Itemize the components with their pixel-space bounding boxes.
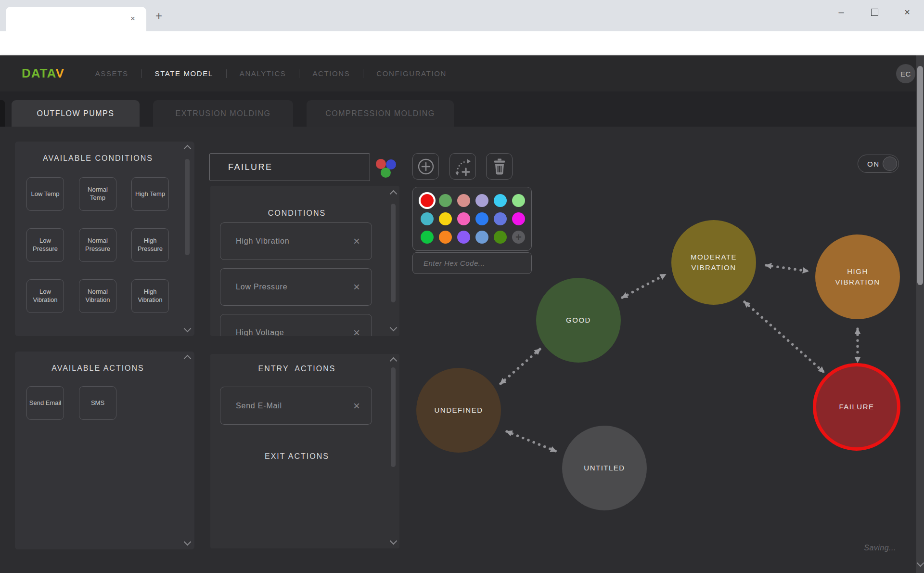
- state-node-failure-selected[interactable]: FAILURE: [813, 363, 900, 451]
- browser-titlebar: × + – ×: [0, 0, 924, 31]
- page-scrollbar[interactable]: [916, 55, 924, 573]
- app-logo[interactable]: DATAV: [22, 66, 64, 81]
- app-navbar: DATAV ASSETS STATE MODEL ANALYTICS ACTIO…: [0, 55, 924, 91]
- new-tab-button[interactable]: +: [152, 9, 166, 23]
- state-node-good[interactable]: GOOD: [536, 278, 621, 363]
- nav-divider: [299, 69, 299, 78]
- tab-extrusion-molding[interactable]: EXTRUSION MOLDING: [153, 100, 293, 127]
- tab-stub: [0, 100, 5, 127]
- window-minimize-button[interactable]: –: [833, 5, 849, 19]
- window-close-button[interactable]: ×: [899, 5, 915, 19]
- nav-menu: ASSETS STATE MODEL ANALYTICS ACTIONS CON…: [95, 65, 447, 82]
- nav-divider: [363, 69, 363, 78]
- browser-toolbar: [0, 31, 924, 56]
- nav-item-assets[interactable]: ASSETS: [95, 65, 128, 82]
- user-avatar[interactable]: EC: [896, 64, 915, 83]
- transition-edges: [0, 127, 924, 573]
- saving-status: Saving...: [864, 544, 896, 552]
- nav-item-analytics[interactable]: ANALYTICS: [240, 65, 286, 82]
- browser-tab[interactable]: ×: [6, 7, 146, 31]
- page-scrollbar-thumb[interactable]: [917, 66, 923, 285]
- nav-item-state-model[interactable]: STATE MODEL: [155, 65, 213, 82]
- nav-divider: [226, 69, 227, 78]
- window-maximize-button[interactable]: [866, 5, 883, 19]
- tab-outflow-pumps[interactable]: OUTFLOW PUMPS: [12, 100, 140, 127]
- nav-divider: [141, 69, 142, 78]
- nav-item-configuration[interactable]: CONFIGURATION: [376, 65, 447, 82]
- state-node-moderate-vibration[interactable]: MODERATE VIBRATION: [671, 220, 756, 305]
- tab-close-icon[interactable]: ×: [127, 13, 139, 25]
- asset-tabstrip: OUTFLOW PUMPS EXTRUSION MOLDING COMPRESS…: [0, 91, 924, 127]
- tab-compression-molding[interactable]: COMPRESSION MOLDING: [307, 100, 454, 127]
- state-node-undefined[interactable]: UNDEFINED: [416, 368, 501, 453]
- state-node-untitled[interactable]: UNTITLED: [562, 426, 647, 510]
- state-node-high-vibration[interactable]: HIGH VIBRATION: [815, 234, 900, 319]
- nav-item-actions[interactable]: ACTIONS: [312, 65, 350, 82]
- page-scroll-down-icon[interactable]: [918, 559, 923, 568]
- state-model-content: AVAILABLE CONDITIONS Low Temp Normal Tem…: [0, 127, 924, 573]
